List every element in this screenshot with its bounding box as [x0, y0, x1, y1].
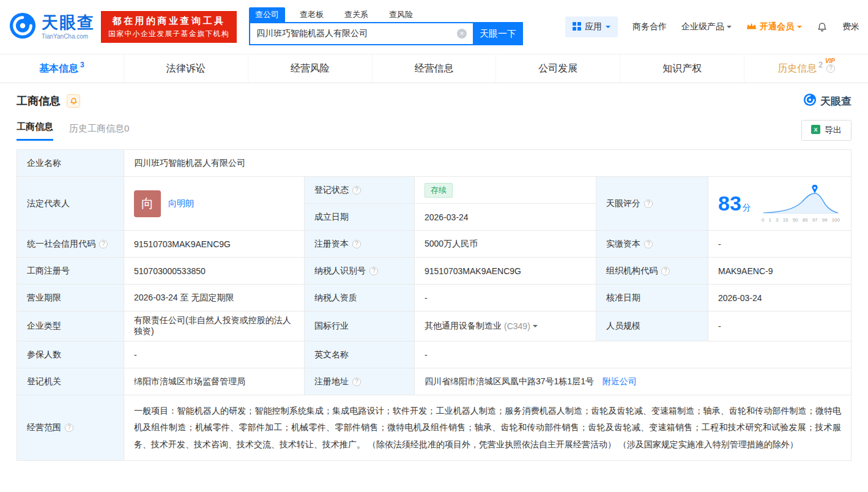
- field-label: 工商注册号: [17, 258, 124, 285]
- field-label: 经营范围: [17, 395, 124, 461]
- svg-text:X: X: [814, 127, 817, 133]
- open-vip-label: 开通会员: [760, 21, 794, 32]
- tianyancha-logo-icon: [803, 93, 817, 109]
- brand-watermark: 天眼查: [803, 93, 851, 109]
- tab-label: 经营风险: [291, 62, 330, 75]
- slogan-banner: 都在用的商业查询工具 国家中小企业发展子基金旗下机构: [101, 11, 237, 43]
- clear-search-icon[interactable]: [457, 29, 467, 39]
- help-icon[interactable]: [352, 378, 361, 386]
- help-icon[interactable]: [369, 267, 378, 275]
- reg-status-cell: 存续: [415, 177, 596, 204]
- tab-operation-risk[interactable]: 经营风险: [248, 54, 372, 83]
- search-box: [249, 22, 473, 45]
- excel-icon: X: [811, 125, 820, 136]
- help-icon[interactable]: [661, 267, 670, 275]
- help-icon[interactable]: [352, 186, 361, 195]
- subscribe-bell-icon[interactable]: [67, 94, 80, 108]
- export-button[interactable]: X 导出: [801, 120, 851, 141]
- search-tab-boss[interactable]: 查老板: [294, 7, 330, 22]
- enterprise-product-link[interactable]: 企业级产品: [681, 21, 732, 32]
- registry-value: 绵阳市涪城区市场监督管理局: [124, 368, 305, 395]
- help-icon[interactable]: [352, 240, 361, 248]
- search-button[interactable]: 天眼一下: [473, 22, 523, 45]
- logo-text-en: TianYanCha.com: [42, 33, 95, 40]
- search-tab-relation[interactable]: 查关系: [338, 7, 374, 22]
- user-name[interactable]: 费米: [842, 21, 859, 32]
- table-row: 工商注册号 510703000533850 纳税人识别号 91510703MAK…: [17, 258, 851, 285]
- field-label: 登记机关: [17, 368, 124, 395]
- tab-basic-info[interactable]: 基本信息 3: [0, 54, 124, 83]
- field-label: 英文名称: [305, 341, 415, 368]
- taxpayer-qual-value: -: [415, 285, 596, 311]
- help-icon[interactable]: [644, 199, 653, 208]
- chevron-down-icon: [727, 26, 732, 31]
- field-label: 注册地址: [305, 368, 415, 395]
- apps-label: 应用: [585, 21, 602, 32]
- legal-rep-link[interactable]: 向明朗: [168, 198, 194, 209]
- top-bar: 天眼查 TianYanCha.com 都在用的商业查询工具 国家中小企业发展子基…: [0, 0, 868, 54]
- table-row: 登记机关 绵阳市涪城区市场监督管理局 注册地址 四川省绵阳市涪城区凤凰中路37号…: [17, 368, 851, 395]
- notification-bell-icon[interactable]: [817, 21, 828, 33]
- field-label: 组织机构代码: [596, 258, 708, 285]
- address-cell: 四川省绵阳市涪城区凤凰中路37号1栋1层1号 附近公司: [415, 368, 851, 395]
- field-label: 注册资本: [305, 231, 415, 258]
- apps-menu-button[interactable]: 应用: [565, 17, 618, 37]
- uscc-value: 91510703MAK9AENC9G: [124, 231, 305, 258]
- field-label: 统一社会信用代码: [17, 231, 124, 258]
- insured-value: -: [124, 341, 305, 368]
- legal-rep-avatar[interactable]: 向: [134, 190, 161, 217]
- field-label: 核准日期: [596, 285, 708, 311]
- field-label: 实缴资本: [596, 231, 708, 258]
- table-row: 企业类型 有限责任公司(非自然人投资或控股的法人独资) 国标行业 其他通用设备制…: [17, 311, 851, 341]
- open-vip-link[interactable]: 开通会员: [746, 21, 802, 32]
- company-nav-tabs: 基本信息 3 法律诉讼 经营风险 经营信息 公司发展 知识产权 VIP 历史信息…: [0, 54, 868, 83]
- address-value: 四川省绵阳市涪城区凤凰中路37号1栋1层1号: [425, 376, 594, 386]
- tianyancha-logo[interactable]: 天眼查 TianYanCha.com: [9, 12, 95, 42]
- subtab-history-business-info[interactable]: 历史工商信息0: [69, 123, 129, 141]
- business-scope-value: 一般项目：智能机器人的研发；智能控制系统集成；集成电路设计；软件开发；工业机器人…: [124, 395, 851, 461]
- score-unit: 分: [743, 203, 751, 212]
- company-type-value: 有限责任公司(非自然人投资或控股的法人独资): [124, 311, 305, 341]
- score-axis: 0131550859799100: [762, 217, 840, 223]
- tab-label: 历史信息: [777, 62, 817, 75]
- search-input[interactable]: [256, 29, 457, 39]
- enterprise-product-label: 企业级产品: [681, 21, 724, 32]
- business-cooperation-link[interactable]: 商务合作: [632, 21, 667, 32]
- brand-text: 天眼查: [820, 94, 851, 108]
- tab-operation-info[interactable]: 经营信息: [372, 54, 496, 83]
- help-icon[interactable]: [826, 64, 835, 73]
- tab-label: 经营信息: [415, 62, 454, 75]
- search-tabs: 查公司 查老板 查关系 查风险: [249, 9, 523, 22]
- crown-icon: [746, 22, 757, 32]
- field-label: 登记状态: [305, 177, 415, 204]
- reg-capital-value: 5000万人民币: [415, 231, 596, 258]
- establish-date-value: 2026-03-24: [415, 204, 596, 231]
- field-label: 国标行业: [305, 311, 415, 341]
- table-row: 经营范围 一般项目：智能机器人的研发；智能控制系统集成；集成电路设计；软件开发；…: [17, 395, 851, 461]
- tab-legal-litigation[interactable]: 法律诉讼: [124, 54, 248, 83]
- slogan-line1: 都在用的商业查询工具: [101, 15, 237, 27]
- tab-company-development[interactable]: 公司发展: [495, 54, 620, 83]
- taxpayer-id-value: 91510703MAK9AENC9G: [415, 258, 596, 285]
- business-info-table: 企业名称 四川班巧智能机器人有限公司 法定代表人 向 向明朗 登记状态 存续 天…: [17, 149, 851, 461]
- subtab-business-info[interactable]: 工商信息: [17, 121, 53, 141]
- industry-code: (C349): [504, 321, 530, 331]
- tab-label: 法律诉讼: [166, 62, 206, 75]
- industry-dropdown[interactable]: 其他通用设备制造业 (C349): [425, 321, 586, 332]
- chevron-down-icon: [533, 325, 538, 330]
- search-tab-company[interactable]: 查公司: [249, 7, 285, 22]
- legal-rep-cell: 向 向明朗: [124, 177, 305, 231]
- field-label: 成立日期: [305, 204, 415, 231]
- score-chart: 0131550859799100: [762, 185, 841, 223]
- company-name-value: 四川班巧智能机器人有限公司: [124, 150, 851, 177]
- help-icon[interactable]: [644, 240, 653, 248]
- tab-intellectual-property[interactable]: 知识产权: [620, 54, 744, 83]
- nearby-companies-link[interactable]: 附近公司: [603, 376, 637, 386]
- industry-value: 其他通用设备制造业 (C349): [415, 311, 596, 341]
- help-icon[interactable]: [65, 423, 73, 432]
- tab-label: 公司发展: [538, 62, 577, 75]
- search-tab-risk[interactable]: 查风险: [383, 7, 419, 22]
- tab-history-info[interactable]: VIP 历史信息 2: [744, 54, 868, 83]
- help-icon[interactable]: [99, 240, 108, 248]
- industry-text: 其他通用设备制造业: [425, 321, 502, 332]
